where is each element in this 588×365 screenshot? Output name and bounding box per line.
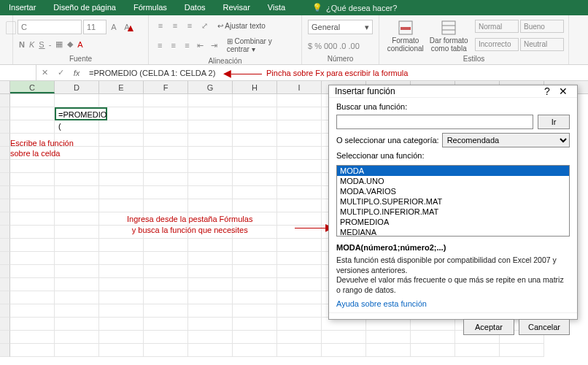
ribbon-tabs: Insertar Diseño de página Fórmulas Datos… (0, 0, 588, 15)
tab-datos[interactable]: Datos (176, 0, 214, 15)
wrap-text-button[interactable]: ↩ Ajustar texto (217, 22, 266, 30)
italic-button[interactable]: K (29, 40, 35, 49)
align-left-icon[interactable]: ≡ (155, 39, 166, 51)
svg-rect-2 (442, 21, 455, 34)
percent-icon[interactable]: % (314, 42, 322, 50)
col-header[interactable]: D (55, 81, 99, 93)
list-item[interactable]: MULTIPLO.SUPERIOR.MAT (337, 196, 569, 207)
number-group-label: Número (306, 54, 374, 64)
close-icon[interactable]: ✕ (555, 85, 571, 97)
number-group: General▾ $ % 000 .0 .00 Número (302, 15, 379, 64)
number-format-selector[interactable]: General▾ (308, 20, 373, 34)
grow-font-icon[interactable]: A (108, 21, 120, 33)
function-list[interactable]: MODA MODA.UNO MODA.VARIOS MULTIPLO.SUPER… (336, 165, 570, 237)
style-incorrecto[interactable]: Incorrecto (475, 38, 519, 51)
formula-input[interactable]: =PROMEDIO (CELDA 1: CELDA 2) (85, 69, 223, 77)
clipboard-icon[interactable] (6, 21, 16, 34)
formula-annotation: ◀——— Pincha sobre Fx para escribir la fo… (223, 67, 408, 79)
cancel-formula-icon[interactable]: ✕ (36, 68, 53, 77)
conditional-format-icon (398, 20, 414, 36)
border-icon[interactable]: ▦ (55, 39, 63, 49)
styles-group-label: Estilos (384, 54, 564, 64)
col-header[interactable]: E (99, 81, 144, 93)
col-header[interactable]: C (10, 81, 55, 93)
font-color-icon[interactable]: A (77, 40, 83, 49)
align-top-icon[interactable]: ≡ (155, 20, 166, 31)
align-center-icon[interactable]: ≡ (169, 39, 179, 51)
tab-vista[interactable]: Vista (259, 0, 294, 15)
search-label: Buscar una función: (336, 102, 570, 111)
enter-formula-icon[interactable]: ✓ (53, 68, 69, 77)
arrow-left-icon: ◀——— (223, 67, 262, 79)
function-list-label: Seleccionar una función: (336, 151, 570, 160)
underline-button[interactable]: S (39, 40, 45, 49)
tab-insertar[interactable]: Insertar (0, 0, 45, 15)
category-label: O seleccionar una categoría: (336, 136, 439, 145)
tab-revisar[interactable]: Revisar (214, 0, 259, 15)
category-select[interactable]: Recomendada (442, 133, 570, 147)
function-signature: MODA(número1;número2;...) (336, 243, 570, 252)
tab-formulas[interactable]: Fórmulas (125, 0, 176, 15)
currency-icon[interactable]: $ (308, 42, 312, 50)
orientation-icon[interactable]: ⤢ (198, 20, 210, 31)
function-description: Esta función está disponible por compati… (336, 256, 570, 296)
bulb-icon: 💡 (312, 3, 322, 12)
fill-color-icon[interactable]: ◆ (67, 39, 74, 49)
help-button[interactable]: ? (539, 85, 555, 97)
col-header[interactable]: H (233, 81, 277, 93)
list-item[interactable]: MODA (337, 166, 569, 176)
name-box[interactable] (0, 65, 36, 80)
comma-icon[interactable]: 000 (324, 42, 337, 50)
arrow-up-icon: ▲ (125, 22, 136, 34)
col-header[interactable]: F (144, 81, 188, 93)
align-right-icon[interactable]: ≡ (182, 39, 193, 51)
function-search-input[interactable] (336, 115, 533, 129)
tell-me-label: ¿Qué desea hacer? (326, 4, 397, 12)
font-size-selector[interactable]: 11 (83, 20, 107, 34)
style-normal[interactable]: Normal (475, 20, 519, 33)
help-link[interactable]: Ayuda sobre esta función (336, 299, 570, 308)
fx-button[interactable]: fx (69, 69, 85, 77)
list-item[interactable]: PROMEDIOA (337, 217, 569, 227)
insert-function-dialog: Insertar función ? ✕ Buscar una función:… (328, 85, 578, 320)
merge-button[interactable]: ⊞ Combinar y centrar ▾ (227, 37, 295, 53)
inc-decimal-icon[interactable]: .0 (339, 42, 346, 50)
font-name-selector[interactable]: C (18, 20, 82, 34)
alignment-group: ≡ ≡ ≡ ⤢ ↩ Ajustar texto ≡ ≡ ≡ ⇤ ⇥ ⊞ Comb… (149, 15, 302, 64)
ok-button[interactable]: Aceptar (463, 319, 514, 335)
font-group-label: Fuente (18, 54, 144, 64)
align-bottom-icon[interactable]: ≡ (184, 20, 196, 31)
indent-dec-icon[interactable]: ⇤ (196, 39, 206, 51)
clipboard-group (0, 15, 13, 64)
format-as-table-button[interactable]: Dar formato como tabla (428, 17, 471, 54)
svg-rect-1 (401, 27, 411, 30)
select-all-corner[interactable] (0, 81, 10, 93)
style-neutral[interactable]: Neutral (520, 38, 564, 51)
list-item[interactable]: MODA.VARIOS (337, 186, 569, 196)
ribbon-body: C 11 A A N K S - ▦ ◆ A Fuente ≡ ≡ ≡ ⤢ ↩ … (0, 15, 588, 65)
conditional-format-button[interactable]: Formato condicional (384, 17, 428, 54)
styles-group: Formato condicional Dar formato como tab… (379, 15, 569, 64)
dialog-title: Insertar función (335, 86, 395, 96)
align-group-label: Alineación (153, 56, 297, 66)
style-bueno[interactable]: Bueno (520, 20, 564, 33)
formula-bar: ✕ ✓ fx =PROMEDIO (CELDA 1: CELDA 2) ◀———… (0, 65, 588, 81)
formulas-tab-annotation: Ingresa desde la pestaña Fórmulasy busca… (127, 214, 252, 237)
list-item[interactable]: MULTIPLO.INFERIOR.MAT (337, 207, 569, 217)
tell-me-search[interactable]: 💡 ¿Qué desea hacer? (312, 3, 397, 12)
active-cell[interactable]: =PROMEDIO ( (55, 107, 107, 120)
dialog-titlebar[interactable]: Insertar función ? ✕ (329, 85, 577, 98)
col-header[interactable]: G (188, 81, 233, 93)
list-item[interactable]: MODA.UNO (337, 176, 569, 186)
list-item[interactable]: MEDIANA (337, 227, 569, 237)
bold-button[interactable]: N (19, 40, 26, 49)
table-icon (441, 20, 457, 36)
tab-diseno[interactable]: Diseño de página (45, 0, 125, 15)
dec-decimal-icon[interactable]: .00 (348, 42, 359, 50)
cancel-button[interactable]: Cancelar (519, 319, 570, 335)
align-middle-icon[interactable]: ≡ (169, 20, 181, 31)
cell-annotation: Escribe la funciónsobre la celda (10, 138, 74, 159)
go-button[interactable]: Ir (538, 115, 570, 129)
indent-inc-icon[interactable]: ⇥ (209, 39, 220, 51)
col-header[interactable]: I (277, 81, 322, 93)
